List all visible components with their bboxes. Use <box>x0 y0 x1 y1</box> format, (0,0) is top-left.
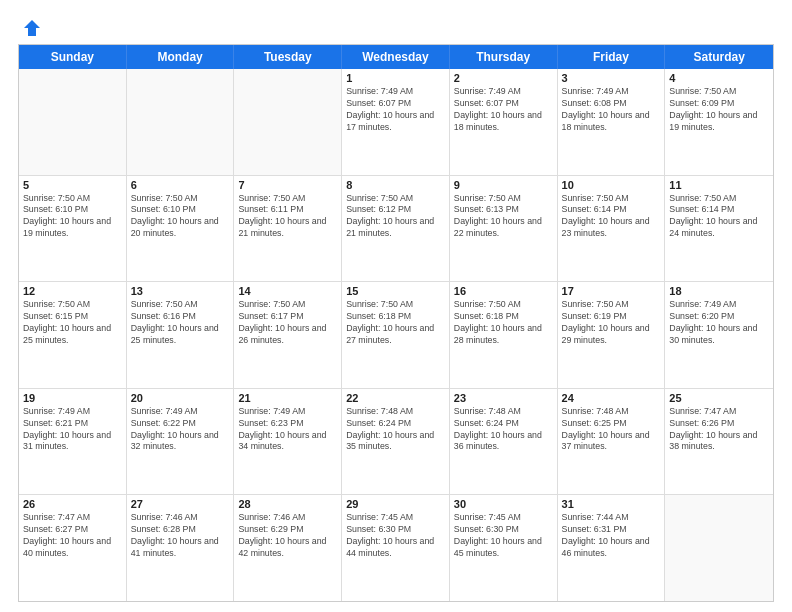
day-cell-empty <box>127 69 235 175</box>
day-number: 12 <box>23 285 122 297</box>
day-info: Sunrise: 7:50 AM Sunset: 6:14 PM Dayligh… <box>562 193 661 241</box>
day-number: 26 <box>23 498 122 510</box>
day-info: Sunrise: 7:50 AM Sunset: 6:18 PM Dayligh… <box>454 299 553 347</box>
day-number: 8 <box>346 179 445 191</box>
day-cell-8: 8Sunrise: 7:50 AM Sunset: 6:12 PM Daylig… <box>342 176 450 282</box>
day-number: 24 <box>562 392 661 404</box>
day-number: 18 <box>669 285 769 297</box>
day-number: 21 <box>238 392 337 404</box>
day-number: 3 <box>562 72 661 84</box>
day-info: Sunrise: 7:46 AM Sunset: 6:29 PM Dayligh… <box>238 512 337 560</box>
logo <box>18 18 42 34</box>
day-info: Sunrise: 7:50 AM Sunset: 6:12 PM Dayligh… <box>346 193 445 241</box>
day-cell-7: 7Sunrise: 7:50 AM Sunset: 6:11 PM Daylig… <box>234 176 342 282</box>
day-number: 28 <box>238 498 337 510</box>
day-cell-26: 26Sunrise: 7:47 AM Sunset: 6:27 PM Dayli… <box>19 495 127 601</box>
day-number: 25 <box>669 392 769 404</box>
day-info: Sunrise: 7:46 AM Sunset: 6:28 PM Dayligh… <box>131 512 230 560</box>
day-number: 5 <box>23 179 122 191</box>
week-row-4: 19Sunrise: 7:49 AM Sunset: 6:21 PM Dayli… <box>19 389 773 496</box>
day-cell-22: 22Sunrise: 7:48 AM Sunset: 6:24 PM Dayli… <box>342 389 450 495</box>
day-info: Sunrise: 7:50 AM Sunset: 6:18 PM Dayligh… <box>346 299 445 347</box>
day-cell-4: 4Sunrise: 7:50 AM Sunset: 6:09 PM Daylig… <box>665 69 773 175</box>
day-info: Sunrise: 7:50 AM Sunset: 6:10 PM Dayligh… <box>131 193 230 241</box>
day-cell-20: 20Sunrise: 7:49 AM Sunset: 6:22 PM Dayli… <box>127 389 235 495</box>
day-info: Sunrise: 7:50 AM Sunset: 6:13 PM Dayligh… <box>454 193 553 241</box>
calendar-body: 1Sunrise: 7:49 AM Sunset: 6:07 PM Daylig… <box>19 69 773 601</box>
day-number: 4 <box>669 72 769 84</box>
day-info: Sunrise: 7:49 AM Sunset: 6:07 PM Dayligh… <box>346 86 445 134</box>
day-number: 20 <box>131 392 230 404</box>
day-info: Sunrise: 7:45 AM Sunset: 6:30 PM Dayligh… <box>346 512 445 560</box>
day-cell-10: 10Sunrise: 7:50 AM Sunset: 6:14 PM Dayli… <box>558 176 666 282</box>
day-cell-25: 25Sunrise: 7:47 AM Sunset: 6:26 PM Dayli… <box>665 389 773 495</box>
day-number: 22 <box>346 392 445 404</box>
day-number: 19 <box>23 392 122 404</box>
day-info: Sunrise: 7:49 AM Sunset: 6:23 PM Dayligh… <box>238 406 337 454</box>
day-number: 1 <box>346 72 445 84</box>
day-info: Sunrise: 7:48 AM Sunset: 6:24 PM Dayligh… <box>346 406 445 454</box>
day-number: 6 <box>131 179 230 191</box>
day-info: Sunrise: 7:49 AM Sunset: 6:22 PM Dayligh… <box>131 406 230 454</box>
day-number: 14 <box>238 285 337 297</box>
day-header-wednesday: Wednesday <box>342 45 450 69</box>
day-header-monday: Monday <box>127 45 235 69</box>
day-cell-1: 1Sunrise: 7:49 AM Sunset: 6:07 PM Daylig… <box>342 69 450 175</box>
page: SundayMondayTuesdayWednesdayThursdayFrid… <box>0 0 792 612</box>
day-cell-6: 6Sunrise: 7:50 AM Sunset: 6:10 PM Daylig… <box>127 176 235 282</box>
day-number: 10 <box>562 179 661 191</box>
day-number: 13 <box>131 285 230 297</box>
day-cell-18: 18Sunrise: 7:49 AM Sunset: 6:20 PM Dayli… <box>665 282 773 388</box>
day-cell-30: 30Sunrise: 7:45 AM Sunset: 6:30 PM Dayli… <box>450 495 558 601</box>
day-cell-16: 16Sunrise: 7:50 AM Sunset: 6:18 PM Dayli… <box>450 282 558 388</box>
day-cell-15: 15Sunrise: 7:50 AM Sunset: 6:18 PM Dayli… <box>342 282 450 388</box>
day-cell-empty <box>234 69 342 175</box>
day-info: Sunrise: 7:49 AM Sunset: 6:07 PM Dayligh… <box>454 86 553 134</box>
calendar: SundayMondayTuesdayWednesdayThursdayFrid… <box>18 44 774 602</box>
day-number: 11 <box>669 179 769 191</box>
day-cell-9: 9Sunrise: 7:50 AM Sunset: 6:13 PM Daylig… <box>450 176 558 282</box>
day-info: Sunrise: 7:48 AM Sunset: 6:24 PM Dayligh… <box>454 406 553 454</box>
day-cell-29: 29Sunrise: 7:45 AM Sunset: 6:30 PM Dayli… <box>342 495 450 601</box>
day-number: 29 <box>346 498 445 510</box>
day-info: Sunrise: 7:44 AM Sunset: 6:31 PM Dayligh… <box>562 512 661 560</box>
day-info: Sunrise: 7:50 AM Sunset: 6:10 PM Dayligh… <box>23 193 122 241</box>
day-info: Sunrise: 7:48 AM Sunset: 6:25 PM Dayligh… <box>562 406 661 454</box>
day-number: 23 <box>454 392 553 404</box>
day-cell-5: 5Sunrise: 7:50 AM Sunset: 6:10 PM Daylig… <box>19 176 127 282</box>
day-cell-12: 12Sunrise: 7:50 AM Sunset: 6:15 PM Dayli… <box>19 282 127 388</box>
day-cell-27: 27Sunrise: 7:46 AM Sunset: 6:28 PM Dayli… <box>127 495 235 601</box>
day-cell-24: 24Sunrise: 7:48 AM Sunset: 6:25 PM Dayli… <box>558 389 666 495</box>
svg-marker-0 <box>24 20 40 36</box>
day-info: Sunrise: 7:50 AM Sunset: 6:16 PM Dayligh… <box>131 299 230 347</box>
day-info: Sunrise: 7:45 AM Sunset: 6:30 PM Dayligh… <box>454 512 553 560</box>
day-info: Sunrise: 7:50 AM Sunset: 6:15 PM Dayligh… <box>23 299 122 347</box>
day-header-friday: Friday <box>558 45 666 69</box>
day-headers: SundayMondayTuesdayWednesdayThursdayFrid… <box>19 45 773 69</box>
day-cell-28: 28Sunrise: 7:46 AM Sunset: 6:29 PM Dayli… <box>234 495 342 601</box>
day-header-sunday: Sunday <box>19 45 127 69</box>
day-number: 31 <box>562 498 661 510</box>
day-cell-17: 17Sunrise: 7:50 AM Sunset: 6:19 PM Dayli… <box>558 282 666 388</box>
day-header-tuesday: Tuesday <box>234 45 342 69</box>
day-info: Sunrise: 7:49 AM Sunset: 6:20 PM Dayligh… <box>669 299 769 347</box>
day-info: Sunrise: 7:49 AM Sunset: 6:21 PM Dayligh… <box>23 406 122 454</box>
day-cell-19: 19Sunrise: 7:49 AM Sunset: 6:21 PM Dayli… <box>19 389 127 495</box>
day-info: Sunrise: 7:50 AM Sunset: 6:19 PM Dayligh… <box>562 299 661 347</box>
day-number: 16 <box>454 285 553 297</box>
day-cell-23: 23Sunrise: 7:48 AM Sunset: 6:24 PM Dayli… <box>450 389 558 495</box>
day-cell-31: 31Sunrise: 7:44 AM Sunset: 6:31 PM Dayli… <box>558 495 666 601</box>
day-header-thursday: Thursday <box>450 45 558 69</box>
day-info: Sunrise: 7:50 AM Sunset: 6:14 PM Dayligh… <box>669 193 769 241</box>
day-cell-2: 2Sunrise: 7:49 AM Sunset: 6:07 PM Daylig… <box>450 69 558 175</box>
day-info: Sunrise: 7:50 AM Sunset: 6:17 PM Dayligh… <box>238 299 337 347</box>
week-row-3: 12Sunrise: 7:50 AM Sunset: 6:15 PM Dayli… <box>19 282 773 389</box>
day-number: 7 <box>238 179 337 191</box>
day-cell-21: 21Sunrise: 7:49 AM Sunset: 6:23 PM Dayli… <box>234 389 342 495</box>
day-cell-3: 3Sunrise: 7:49 AM Sunset: 6:08 PM Daylig… <box>558 69 666 175</box>
day-info: Sunrise: 7:47 AM Sunset: 6:26 PM Dayligh… <box>669 406 769 454</box>
day-number: 9 <box>454 179 553 191</box>
day-cell-empty <box>665 495 773 601</box>
week-row-1: 1Sunrise: 7:49 AM Sunset: 6:07 PM Daylig… <box>19 69 773 176</box>
day-info: Sunrise: 7:50 AM Sunset: 6:09 PM Dayligh… <box>669 86 769 134</box>
